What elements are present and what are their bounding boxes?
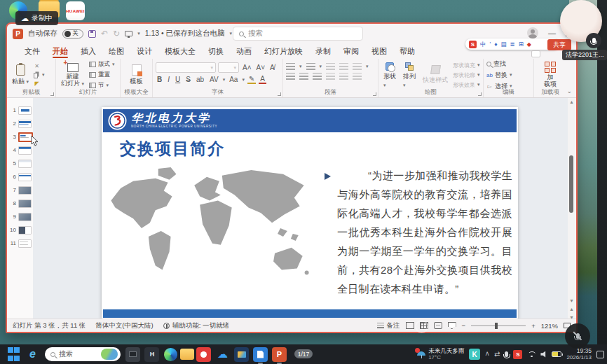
slide-thumb-row[interactable]: 2 [7,117,33,130]
ribbon-tab[interactable]: 帮助 [393,43,421,59]
slide-thumbnail[interactable] [18,213,32,221]
toolbox-icon[interactable]: ⊞ [519,41,524,48]
ribbon-tab[interactable]: 绘图 [102,43,130,59]
app-icon-h[interactable]: H [144,347,159,362]
edge-taskbar-icon[interactable] [164,348,177,361]
skin-icon[interactable]: ◆ [527,41,531,48]
shapes-button[interactable]: 形状▾ [381,61,398,89]
justify-icon[interactable] [326,73,335,80]
addins-button[interactable]: 加载项 [542,61,559,89]
change-case-button[interactable]: Aa [228,76,239,83]
font-dialog-launcher[interactable] [278,92,281,96]
ribbon-tab[interactable]: 插入 [74,43,102,59]
ribbon-tab[interactable]: 开始 [46,43,74,59]
slide-thumb-row[interactable]: 9 [7,210,33,223]
arrange-button[interactable]: 排列▾ [401,61,418,89]
slide-thumbnail[interactable] [18,186,32,195]
clear-format-icon[interactable]: A̸ [268,64,276,71]
shape-outline-button[interactable]: 形状轮廓▾ [453,71,480,79]
align-right-icon[interactable] [313,73,322,80]
slide-body-text[interactable]: “为进一步加强和推动我校学生与海外高等院校的教育交流，培养国际化高端人才，我校每… [337,166,512,298]
char-spacing-button[interactable]: AV [208,76,220,83]
sogou-input-toolbar[interactable]: S 中 ' ♦ ▤ ≣ ⊞ ◆ [465,38,559,50]
ribbon-tab[interactable]: 录制 [309,43,337,59]
autosave-toggle[interactable]: 关 [62,29,83,38]
battery-icon[interactable] [552,351,561,357]
increase-indent-icon[interactable] [339,63,348,70]
italic-button[interactable]: I [166,76,171,83]
drawing-dialog-launcher[interactable] [478,92,482,96]
undo-icon[interactable]: ↶ [101,29,108,38]
vertical-scrollbar[interactable]: ▲ ▼ ▲ ▼ [568,98,575,321]
minimize-button[interactable]: — [548,29,556,37]
taskbar-search[interactable]: 搜索 [45,347,121,361]
volume-icon[interactable] [540,351,547,358]
tray-mic-icon[interactable] [505,351,508,357]
replace-button[interactable]: ab替换▾ [486,71,512,80]
redo-icon[interactable]: ↻ [113,29,120,38]
clipboard-tool-icon[interactable]: ≣ [510,41,515,48]
new-slide-button[interactable]: 新建 幻灯片 ▾ [59,61,86,89]
gallery-app-icon[interactable] [234,347,249,362]
align-left-icon[interactable] [286,73,295,80]
bullets-icon[interactable] [286,63,295,70]
slide-thumb-row[interactable]: 10 [7,223,33,237]
title-dropdown-icon[interactable]: ▾ [230,31,233,36]
notes-button[interactable]: 备注 [377,321,400,330]
underline-button[interactable]: U [174,76,182,83]
bold-button[interactable]: B [156,76,163,83]
clock[interactable]: 19:35 2026/1/13 [566,347,592,361]
start-button[interactable] [6,347,21,362]
columns-icon[interactable] [339,73,348,80]
shape-fill-button[interactable]: 形状填充▾ [453,62,480,69]
red-app-icon[interactable] [196,347,211,362]
slide-thumb-row[interactable]: 5 [7,157,33,170]
zoom-in-button[interactable]: + [531,322,536,330]
sogou-tray-icon[interactable]: S [513,350,522,359]
huawei-app-desktop-icon[interactable]: HUAWEI [66,1,85,20]
slide-thumb-row[interactable]: 4 [7,144,33,157]
task-view-icon[interactable] [125,347,140,362]
align-center-icon[interactable] [299,73,308,80]
template-button[interactable]: 模板 [128,61,145,89]
slide-thumb-row[interactable]: 11 [7,237,33,250]
layout-button[interactable]: 版式▾ [89,60,115,69]
slide-thumb-row[interactable]: 6 [7,170,33,183]
slideshow-icon[interactable] [448,322,456,329]
punctuation-icon[interactable]: ' [490,41,491,48]
language-text[interactable]: 简体中文(中国大陆) [95,321,153,330]
zoom-out-button[interactable]: − [462,322,466,330]
ribbon-tab[interactable]: 幻灯片放映 [258,43,309,59]
slide-thumbnail[interactable] [18,200,32,208]
voice-input-icon[interactable]: ♦ [494,41,497,48]
share-button[interactable]: 共享 [547,39,571,50]
slide-thumb-row[interactable]: 7 [7,183,33,197]
ribbon-tab[interactable]: 动画 [230,43,258,59]
text-direction-icon[interactable] [353,73,362,80]
highlight-color-button[interactable]: ✎ [247,75,256,84]
account-avatar[interactable] [527,27,538,38]
reading-view-icon[interactable] [434,322,442,329]
wifi-icon[interactable] [527,351,536,358]
slide-title[interactable]: 交换项目简介 [120,138,225,160]
normal-view-icon[interactable] [406,322,414,329]
ribbon-tab[interactable]: 文件 [18,43,46,59]
participant-mic-icon[interactable] [586,33,601,48]
ribbon-tab[interactable]: 模板大全 [158,43,202,59]
browser-taskbar-icon[interactable]: e [25,347,40,362]
ribbon-tab[interactable]: 设计 [130,43,158,59]
slide-thumbnail[interactable] [18,239,32,248]
zoom-slider-thumb[interactable] [495,323,498,329]
zoom-slider[interactable] [471,326,526,326]
ribbon-tab[interactable]: 切换 [202,43,230,59]
format-painter-icon[interactable]: ◤ [34,80,40,87]
copy-icon[interactable] [34,73,38,78]
cut-icon[interactable]: ✕ [34,63,40,69]
slide-thumbnail[interactable] [18,173,32,181]
slideshow-from-start-icon[interactable] [125,31,132,36]
shape-effects-button[interactable]: 形状效果▾ [453,81,480,89]
cloud-app-icon[interactable]: ☁ [215,347,230,362]
shrink-font-icon[interactable]: A˅ [255,64,267,71]
slide-thumb-row[interactable]: 3 [7,130,33,144]
tray-k-app-icon[interactable]: K [469,349,480,360]
